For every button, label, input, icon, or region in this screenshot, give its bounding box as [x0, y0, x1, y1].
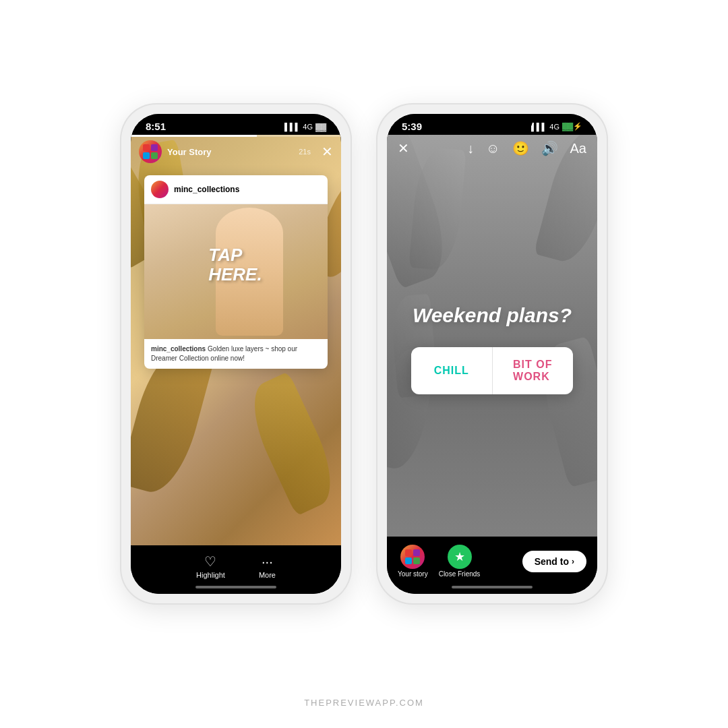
post-image: TAPHERE.	[144, 204, 328, 339]
close-friends-icon: ★	[448, 545, 472, 569]
text-icon[interactable]: Aa	[570, 141, 586, 156]
grid-cell-green	[151, 152, 158, 159]
phone2-status-icons: ▌▌▌ 4G ▓▓⚡	[531, 122, 582, 131]
story-progress-bar	[131, 135, 341, 137]
story-destinations: Your story ★ Close Friends	[398, 545, 480, 578]
story-progress-fill	[131, 135, 257, 137]
grid-g	[413, 557, 420, 564]
your-story-label: Your story	[398, 570, 428, 578]
your-story-grid-icon	[405, 549, 420, 564]
grid-cell-red	[143, 144, 150, 151]
highlight-label: Highlight	[196, 571, 225, 579]
poll-option-chill[interactable]: CHILL	[411, 347, 493, 394]
phone1-signal-icon: ▌▌▌	[284, 123, 300, 131]
phone1-bottom-bar: ♡ Highlight ··· More	[131, 545, 341, 594]
main-container: 8:51 ▌▌▌ 4G ▓▓	[0, 0, 728, 728]
phone2-home-indicator	[452, 586, 533, 588]
phone1-bottom-actions: ♡ Highlight ··· More	[196, 553, 276, 579]
phone1-time: 8:51	[146, 121, 166, 132]
star-icon: ★	[454, 549, 465, 564]
send-to-chevron-icon: ›	[572, 557, 574, 566]
grid-cell-purple	[151, 144, 158, 151]
phone1-inner: 8:51 ▌▌▌ 4G ▓▓	[131, 114, 341, 594]
story-avatar	[139, 140, 162, 163]
phone2-time: 5:39	[402, 121, 422, 132]
face-icon[interactable]: 🙂	[512, 140, 529, 156]
phone1-screen: Your Story 21s ✕ minc_collections TAPHER…	[131, 135, 341, 545]
download-icon[interactable]: ↓	[467, 141, 474, 156]
story2-content: Weekend plans? CHILL BIT OFWORK	[387, 162, 597, 537]
send-to-label: Send to	[535, 556, 569, 567]
phone2-battery-icon: ▓▓⚡	[562, 122, 582, 131]
story-close-icon[interactable]: ✕	[322, 144, 333, 160]
close-friends-dest[interactable]: ★ Close Friends	[439, 545, 481, 578]
story-header: Your Story 21s ✕	[131, 135, 341, 169]
highlight-action[interactable]: ♡ Highlight	[196, 553, 225, 579]
post-card-header: minc_collections	[144, 175, 328, 204]
phone2-inner: 5:39 ▌▌▌ 4G ▓▓⚡	[387, 114, 597, 594]
highlight-icon: ♡	[204, 553, 216, 570]
post-username: minc_collections	[174, 185, 239, 194]
smiley-icon[interactable]: ☺	[486, 141, 499, 156]
more-action[interactable]: ··· More	[259, 554, 276, 579]
phone1-home-indicator	[195, 586, 276, 588]
phone1-battery-icon: ▓▓	[315, 123, 326, 131]
phone1-status-icons: ▌▌▌ 4G ▓▓	[284, 123, 326, 131]
post-card[interactable]: minc_collections TAPHERE. minc_collectio…	[144, 175, 328, 369]
palm-leaf-5	[239, 371, 341, 516]
grid-r	[405, 549, 412, 556]
your-story-icon	[400, 545, 425, 569]
story2-header: ✕ ↓ ☺ 🙂 🔊 Aa	[387, 135, 597, 162]
preview-grid-icon	[143, 144, 158, 159]
phones-row: 8:51 ▌▌▌ 4G ▓▓	[121, 104, 607, 603]
phone2-shell: 5:39 ▌▌▌ 4G ▓▓⚡	[377, 104, 607, 603]
phone1-shell: 8:51 ▌▌▌ 4G ▓▓	[121, 104, 351, 603]
watermark: THEPREVIEWAPP.COM	[304, 698, 424, 708]
phone2-signal-label: 4G	[549, 123, 559, 131]
story2-action-icons: ↓ ☺ 🙂 🔊 Aa	[467, 140, 586, 156]
post-avatar	[151, 181, 169, 198]
more-label: More	[259, 571, 276, 579]
phone2-screen: ✕ ↓ ☺ 🙂 🔊 Aa Weekend plans? C	[387, 135, 597, 537]
grid-p	[413, 549, 420, 556]
your-story-dest[interactable]: Your story	[398, 545, 428, 578]
grid-cell-blue	[143, 152, 150, 159]
close-friends-label: Close Friends	[439, 570, 481, 578]
sound-icon[interactable]: 🔊	[541, 140, 558, 156]
close-icon[interactable]: ✕	[398, 140, 409, 156]
story-time: 21s	[299, 148, 311, 156]
phone1-signal-label: 4G	[303, 123, 313, 131]
post-caption: minc_collections Golden luxe layers ~ sh…	[144, 339, 328, 369]
weekend-question: Weekend plans?	[413, 304, 572, 327]
phone2-notch	[452, 114, 533, 133]
send-to-button[interactable]: Send to ›	[522, 551, 586, 572]
phone1-notch	[195, 114, 276, 133]
post-caption-username: minc_collections	[151, 345, 206, 353]
poll-option-work[interactable]: BIT OFWORK	[493, 347, 574, 394]
story-bottom-actions: Your story ★ Close Friends Send to	[398, 545, 586, 578]
poll-container[interactable]: CHILL BIT OFWORK	[411, 347, 573, 394]
phone2-bottom-bar: Your story ★ Close Friends Send to	[387, 537, 597, 594]
more-icon: ···	[262, 554, 273, 570]
story-username: Your Story	[167, 147, 293, 157]
tap-here-text: TAPHERE.	[208, 245, 262, 284]
phone2-signal-icon: ▌▌▌	[531, 123, 547, 131]
grid-b	[405, 557, 412, 564]
